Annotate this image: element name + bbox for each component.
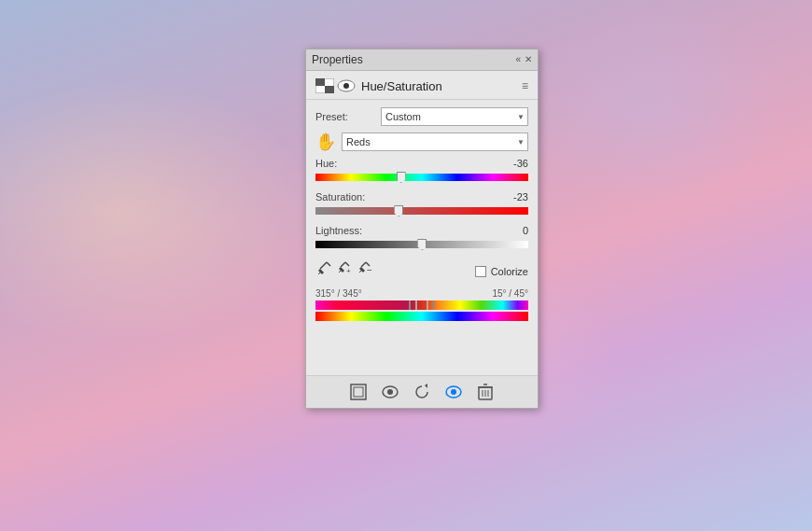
svg-line-15 <box>361 262 366 267</box>
visibility-icon[interactable] <box>380 382 400 402</box>
hand-tool-icon[interactable]: ✋ <box>315 132 336 152</box>
color-bar-labels: 315° / 345° 15° / 45° <box>315 288 528 299</box>
svg-point-22 <box>387 389 393 395</box>
range-marker-left <box>409 300 411 310</box>
preset-label: Preset: <box>315 111 381 122</box>
preset-row: Preset: Custom Default Cyanotype Increas… <box>315 107 528 126</box>
svg-point-4 <box>343 83 349 89</box>
svg-text:+: + <box>346 267 351 275</box>
color-bars: 315° / 345° 15° / 45° <box>315 288 528 321</box>
range-marker-right-inner <box>427 300 428 310</box>
hue-slider-bg <box>315 174 528 181</box>
lightness-slider-track[interactable] <box>315 238 528 251</box>
color-bar-right-label: 15° / 45° <box>492 288 528 299</box>
hue-slider-track[interactable] <box>315 171 528 184</box>
hue-label: Hue: <box>315 158 337 169</box>
svg-line-17 <box>359 271 361 272</box>
color-bar-bottom <box>315 312 528 321</box>
hue-slider-thumb[interactable] <box>397 172 406 183</box>
properties-panel: Properties « ✕ Hue/Saturation ≡ Preset <box>305 49 539 409</box>
svg-line-9 <box>345 262 349 266</box>
lightness-slider-thumb[interactable] <box>417 239 427 250</box>
svg-text:−: − <box>367 265 372 275</box>
hue-slider-row: Hue: -36 <box>315 158 528 184</box>
panel-footer <box>306 375 538 408</box>
active-eye-icon[interactable] <box>443 382 464 402</box>
channel-row: ✋ Reds Master Yellows Greens Cyans Blues… <box>315 132 528 152</box>
eyedropper-add-tool[interactable]: + <box>336 259 355 277</box>
channel-select-wrapper: Reds Master Yellows Greens Cyans Blues M… <box>342 133 528 151</box>
eyedropper-tool[interactable] <box>315 259 334 277</box>
mask-icon[interactable] <box>348 382 369 402</box>
colorize-checkbox[interactable] <box>475 266 486 277</box>
svg-rect-20 <box>354 387 363 397</box>
range-marker-right <box>432 300 434 310</box>
titlebar-controls: « ✕ <box>515 55 532 64</box>
svg-line-8 <box>318 272 320 274</box>
layer-icon <box>315 78 334 93</box>
adjustment-eye-icon <box>337 79 356 92</box>
range-marker-left-inner <box>415 300 417 310</box>
lightness-slider-row: Lightness: 0 <box>315 225 528 251</box>
saturation-slider-thumb[interactable] <box>394 205 403 217</box>
panel-header-title: Hue/Saturation <box>361 79 442 93</box>
svg-point-25 <box>451 389 456 395</box>
panel-menu-icon[interactable]: ≡ <box>522 79 528 92</box>
color-bar-top-wrapper <box>315 300 528 310</box>
saturation-slider-bg <box>315 207 528 215</box>
preset-select[interactable]: Custom Default Cyanotype Increase Satura… <box>381 107 528 126</box>
lightness-label: Lightness: <box>315 225 362 236</box>
panel-spacer <box>315 321 528 368</box>
hue-slider-header: Hue: -36 <box>315 158 528 169</box>
close-button[interactable]: ✕ <box>525 55 532 64</box>
color-bar-left-label: 315° / 345° <box>315 288 362 299</box>
lightness-slider-header: Lightness: 0 <box>315 225 528 236</box>
saturation-slider-track[interactable] <box>315 204 528 217</box>
hue-value: -36 <box>500 158 528 169</box>
tools-row: + − <box>315 259 375 277</box>
svg-line-6 <box>320 262 327 269</box>
saturation-value: -23 <box>500 191 528 203</box>
eyedropper-sub-tool[interactable]: − <box>357 259 375 277</box>
panel-titlebar: Properties « ✕ <box>306 49 538 71</box>
svg-line-12 <box>339 271 341 272</box>
svg-rect-2 <box>325 86 334 93</box>
colorize-label: Colorize <box>491 266 528 277</box>
svg-rect-1 <box>315 78 325 86</box>
trash-icon[interactable] <box>475 382 496 402</box>
lightness-value: 0 <box>500 225 528 236</box>
svg-line-5 <box>327 262 330 266</box>
panel-body: Preset: Custom Default Cyanotype Increas… <box>306 100 538 375</box>
reset-icon[interactable] <box>412 382 432 402</box>
preset-select-wrapper: Custom Default Cyanotype Increase Satura… <box>381 107 528 126</box>
saturation-label: Saturation: <box>315 191 365 203</box>
color-bar-top <box>315 300 528 310</box>
svg-rect-19 <box>351 384 366 399</box>
panel-title: Properties <box>312 53 363 66</box>
saturation-slider-header: Saturation: -23 <box>315 191 528 203</box>
saturation-slider-row: Saturation: -23 <box>315 191 528 217</box>
svg-line-10 <box>341 262 345 267</box>
colorize-row: Colorize <box>475 266 528 277</box>
collapse-button[interactable]: « <box>515 55 521 64</box>
channel-select[interactable]: Reds Master Yellows Greens Cyans Blues M… <box>342 133 528 151</box>
svg-marker-23 <box>425 384 427 388</box>
panel-header: Hue/Saturation ≡ <box>306 71 538 100</box>
